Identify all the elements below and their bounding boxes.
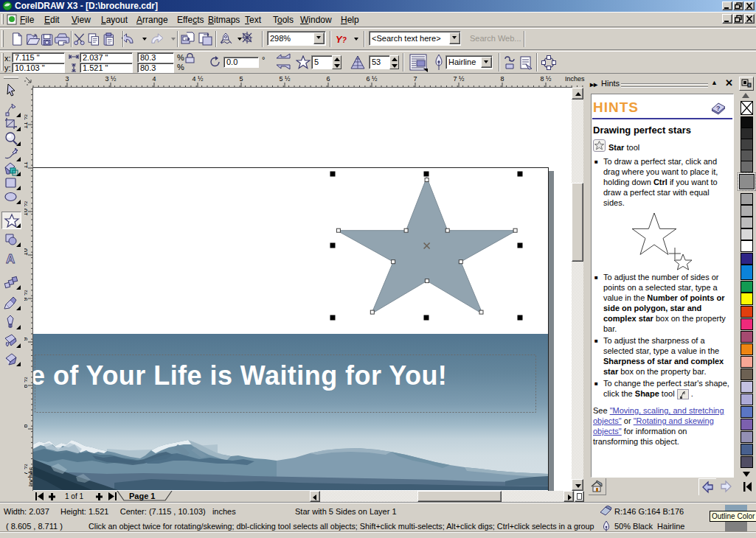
svg-text:6 ½: 6 ½ [366, 75, 378, 83]
svg-text:6: 6 [326, 75, 330, 83]
svg-text:10: 10 [24, 248, 29, 256]
svg-text:4: 4 [152, 75, 156, 83]
svg-text:5: 5 [239, 75, 243, 83]
svg-text:9: 9 [24, 337, 29, 340]
svg-text:9 ½: 9 ½ [24, 290, 29, 301]
svg-text:7: 7 [413, 75, 417, 83]
svg-text:8: 8 [500, 75, 504, 83]
svg-text:10 ½: 10 ½ [24, 201, 29, 217]
svg-text:4 ½: 4 ½ [192, 75, 204, 83]
svg-text:8 ½: 8 ½ [540, 75, 552, 83]
svg-text:11 ½: 11 ½ [24, 114, 29, 129]
svg-text:?: ? [716, 105, 721, 112]
svg-text:8 ½: 8 ½ [24, 377, 29, 388]
svg-text:7 ½: 7 ½ [453, 75, 465, 83]
svg-text:1 of 1: 1 of 1 [65, 492, 83, 500]
svg-text:A: A [6, 252, 15, 266]
svg-text:3 ½: 3 ½ [105, 75, 117, 83]
svg-text:8: 8 [24, 424, 29, 427]
svg-text:5 ½: 5 ½ [279, 75, 291, 83]
svg-text:11: 11 [24, 161, 29, 168]
svg-text:3: 3 [65, 75, 69, 83]
